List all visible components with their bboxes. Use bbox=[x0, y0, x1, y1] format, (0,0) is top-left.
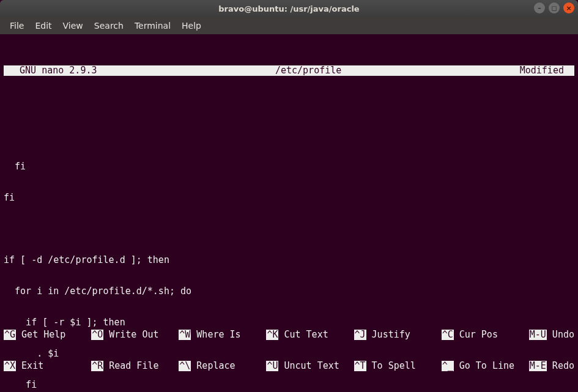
shortcut-key-get-help: ^G bbox=[4, 330, 16, 340]
menu-terminal[interactable]: Terminal bbox=[130, 18, 176, 33]
shortcut-key-where-is: ^W bbox=[179, 330, 191, 340]
nano-status: Modified bbox=[520, 65, 574, 76]
terminal-area[interactable]: GNU nano 2.9.3 /etc/profile Modified fi … bbox=[0, 34, 578, 392]
shortcut-label: Write Out bbox=[103, 330, 164, 340]
shortcut-label: Undo bbox=[547, 330, 574, 340]
maximize-button[interactable]: ◻ bbox=[549, 2, 560, 13]
shortcut-label: Go To Line bbox=[454, 361, 514, 371]
shortcut-label: Get Help bbox=[16, 330, 76, 340]
code-line bbox=[4, 224, 574, 234]
window-title: bravo@ubuntu: /usr/java/oracle bbox=[218, 4, 359, 13]
shortcut-key-replace: ^\ bbox=[179, 361, 191, 371]
shortcut-label: Uncut Text bbox=[278, 361, 339, 371]
shortcut-label: Exit bbox=[16, 361, 76, 371]
shortcut-row-2: ^X Exit ^R Read File ^\ Replace ^U Uncut… bbox=[4, 361, 574, 371]
menu-file[interactable]: File bbox=[5, 18, 29, 33]
nano-shortcuts: ^G Get Help ^O Write Out ^W Where Is ^K … bbox=[4, 309, 574, 392]
shortcut-key-uncut-text: ^U bbox=[266, 361, 278, 371]
nano-filename: /etc/profile bbox=[97, 65, 520, 76]
shortcut-label: Justify bbox=[366, 330, 427, 340]
shortcut-key-undo: M-U bbox=[529, 330, 547, 340]
code-line bbox=[4, 130, 574, 141]
shortcut-key-read-file: ^R bbox=[91, 361, 103, 371]
window-controls: – ◻ × bbox=[534, 2, 574, 13]
menu-view[interactable]: View bbox=[58, 18, 88, 33]
shortcut-label: Replace bbox=[191, 361, 251, 371]
shortcut-label: Where Is bbox=[191, 330, 251, 340]
nano-header: GNU nano 2.9.3 /etc/profile Modified bbox=[4, 65, 574, 76]
menu-edit[interactable]: Edit bbox=[30, 18, 56, 33]
shortcut-key-cut-text: ^K bbox=[266, 330, 278, 340]
shortcut-key-write-out: ^O bbox=[91, 330, 103, 340]
shortcut-key-cur-pos: ^C bbox=[442, 330, 454, 340]
minimize-button[interactable]: – bbox=[534, 2, 545, 13]
code-line: for i in /etc/profile.d/*.sh; do bbox=[4, 286, 574, 297]
shortcut-label: Read File bbox=[103, 361, 164, 371]
menu-help[interactable]: Help bbox=[177, 18, 206, 33]
shortcut-label: To Spell bbox=[366, 361, 427, 371]
code-line: if [ -d /etc/profile.d ]; then bbox=[4, 255, 574, 265]
code-line: fi bbox=[4, 193, 574, 203]
shortcut-label: Cut Text bbox=[278, 330, 339, 340]
titlebar: bravo@ubuntu: /usr/java/oracle – ◻ × bbox=[0, 0, 578, 17]
shortcut-label: Redo bbox=[547, 361, 574, 371]
shortcut-key-justify: ^J bbox=[354, 330, 366, 340]
shortcut-key-exit: ^X bbox=[4, 361, 16, 371]
shortcut-key-redo: M-E bbox=[529, 361, 547, 371]
shortcut-row-1: ^G Get Help ^O Write Out ^W Where Is ^K … bbox=[4, 330, 574, 340]
shortcut-key-go-to-line: ^_ bbox=[442, 361, 454, 371]
code-line: fi bbox=[4, 161, 574, 172]
shortcut-key-to-spell: ^T bbox=[354, 361, 366, 371]
shortcut-label: Cur Pos bbox=[454, 330, 514, 340]
nano-app-version: GNU nano 2.9.3 bbox=[4, 65, 97, 76]
menu-search[interactable]: Search bbox=[89, 18, 128, 33]
close-button[interactable]: × bbox=[563, 2, 574, 13]
menubar: File Edit View Search Terminal Help bbox=[0, 17, 578, 34]
